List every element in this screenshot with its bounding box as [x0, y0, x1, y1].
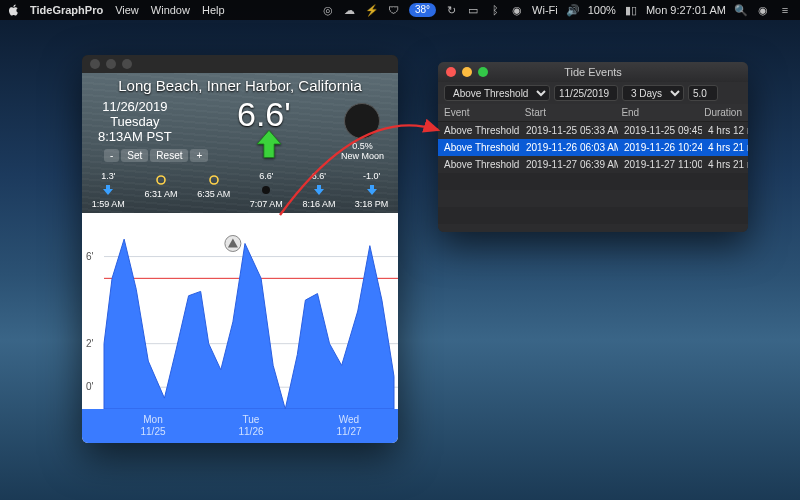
svg-text:11/27: 11/27: [336, 426, 361, 437]
menubar: TideGraphPro View Window Help ◎ ☁ ⚡ 🛡 38…: [0, 0, 800, 20]
location-title: Long Beach, Inner Harbor, California: [82, 77, 398, 94]
tide-time: 6:31 AM: [138, 189, 184, 199]
tide-height: 6.6': [243, 171, 289, 181]
location-icon[interactable]: ◎: [321, 3, 335, 17]
weather-pill[interactable]: 38°: [409, 3, 436, 17]
cell-en: 2019-11-27 11:00 AM: [618, 159, 702, 170]
minimize-icon[interactable]: [106, 59, 116, 69]
tide-height: 6.6': [296, 171, 342, 181]
tide-events-strip: 1.3'1:59 AM6:31 AM6:35 AM6.6'7:07 AM6.6'…: [82, 171, 398, 209]
reset-button[interactable]: Reset: [150, 149, 188, 162]
volume-label: 100%: [588, 4, 616, 16]
events-title: Tide Events: [564, 66, 622, 78]
tide-header: Long Beach, Inner Harbor, California 11/…: [82, 73, 398, 213]
down-icon: [101, 183, 115, 197]
spotlight-icon[interactable]: 🔍: [734, 3, 748, 17]
moon-pct: 0.5%: [341, 141, 384, 151]
cell-ev: Above Threshold: [438, 159, 520, 170]
events-toolbar: Above Threshold 3 Days: [438, 82, 748, 104]
date-block: 11/26/2019 Tuesday 8:13AM PST: [98, 99, 172, 144]
clock[interactable]: Mon 9:27:01 AM: [646, 4, 726, 16]
dot-icon: [259, 183, 273, 197]
close-icon[interactable]: [90, 59, 100, 69]
close-icon[interactable]: [446, 67, 456, 77]
menu-help[interactable]: Help: [202, 4, 225, 16]
battery-icon[interactable]: ▮▯: [624, 3, 638, 17]
moonrise-icon: [207, 173, 221, 187]
table-row-empty: [438, 207, 748, 224]
sync-icon[interactable]: ↻: [444, 3, 458, 17]
filter-select[interactable]: Above Threshold: [444, 85, 550, 101]
siri-icon[interactable]: ◉: [756, 3, 770, 17]
cell-en: 2019-11-26 10:24 AM: [618, 142, 702, 153]
tide-time: 8:16 AM: [296, 199, 342, 209]
cell-st: 2019-11-27 06:39 AM: [520, 159, 618, 170]
bluetooth-icon[interactable]: ᛒ: [488, 3, 502, 17]
time-value: 8:13AM PST: [98, 129, 172, 144]
main-titlebar[interactable]: [82, 55, 398, 73]
table-row-empty: [438, 173, 748, 190]
table-row[interactable]: Above Threshold2019-11-26 06:03 AM2019-1…: [438, 139, 748, 156]
table-row[interactable]: Above Threshold2019-11-25 05:33 AM2019-1…: [438, 122, 748, 139]
date-input[interactable]: [554, 85, 618, 101]
wifi-icon[interactable]: ◉: [510, 3, 524, 17]
tide-main-window: Long Beach, Inner Harbor, California 11/…: [82, 55, 398, 443]
notifications-icon[interactable]: ≡: [778, 3, 792, 17]
display-icon[interactable]: ▭: [466, 3, 480, 17]
tide-time: 3:18 PM: [349, 199, 395, 209]
tide-time: 6:35 AM: [191, 189, 237, 199]
menu-view[interactable]: View: [115, 4, 139, 16]
wifi-label: Wi-Fi: [532, 4, 558, 16]
app-name[interactable]: TideGraphPro: [30, 4, 103, 16]
zoom-icon[interactable]: [478, 67, 488, 77]
cell-st: 2019-11-25 05:33 AM: [520, 125, 618, 136]
col-duration[interactable]: Duration: [698, 107, 748, 118]
zoom-icon[interactable]: [122, 59, 132, 69]
date-value: 11/26/2019: [98, 99, 172, 114]
tide-height: -1.0': [349, 171, 395, 181]
tide-events-window: Tide Events Above Threshold 3 Days Event…: [438, 62, 748, 232]
sunrise-icon: [154, 173, 168, 187]
events-rows: Above Threshold2019-11-25 05:33 AM2019-1…: [438, 122, 748, 232]
shield-icon[interactable]: 🛡: [387, 3, 401, 17]
svg-text:Tue: Tue: [243, 414, 260, 425]
cloud-icon[interactable]: ☁: [343, 3, 357, 17]
table-row-empty: [438, 224, 748, 232]
down-icon: [365, 183, 379, 197]
cell-du: 4 hrs 21 min: [702, 142, 748, 153]
svg-text:Mon: Mon: [143, 414, 162, 425]
svg-text:11/26: 11/26: [238, 426, 263, 437]
events-titlebar[interactable]: Tide Events: [438, 62, 748, 82]
table-row-empty: [438, 190, 748, 207]
prev-button[interactable]: -: [104, 149, 119, 162]
svg-point-1: [210, 176, 218, 184]
tide-chart[interactable]: 0'2'6'Mon11/25Tue11/26Wed11/27: [82, 213, 398, 443]
span-select[interactable]: 3 Days: [622, 85, 684, 101]
apple-menu-icon[interactable]: [8, 4, 20, 16]
cell-du: 4 hrs 12 min: [702, 125, 748, 136]
next-button[interactable]: +: [190, 149, 208, 162]
svg-text:11/25: 11/25: [140, 426, 165, 437]
col-end[interactable]: End: [615, 107, 698, 118]
col-event[interactable]: Event: [438, 107, 519, 118]
set-button[interactable]: Set: [121, 149, 148, 162]
moon-disc-icon: [344, 103, 380, 139]
cell-ev: Above Threshold: [438, 125, 520, 136]
cell-st: 2019-11-26 06:03 AM: [520, 142, 618, 153]
table-row[interactable]: Above Threshold2019-11-27 06:39 AM2019-1…: [438, 156, 748, 173]
tide-time: 1:59 AM: [85, 199, 131, 209]
svg-point-0: [157, 176, 165, 184]
moon-label: New Moon: [341, 151, 384, 161]
svg-point-2: [262, 186, 270, 194]
cell-ev: Above Threshold: [438, 142, 520, 153]
tide-height: 1.3': [85, 171, 131, 181]
threshold-input[interactable]: [688, 85, 718, 101]
col-start[interactable]: Start: [519, 107, 616, 118]
menu-window[interactable]: Window: [151, 4, 190, 16]
bolt-icon[interactable]: ⚡: [365, 3, 379, 17]
minimize-icon[interactable]: [462, 67, 472, 77]
tide-time: 7:07 AM: [243, 199, 289, 209]
down-icon: [312, 183, 326, 197]
svg-text:0': 0': [86, 381, 94, 392]
volume-icon[interactable]: 🔊: [566, 3, 580, 17]
